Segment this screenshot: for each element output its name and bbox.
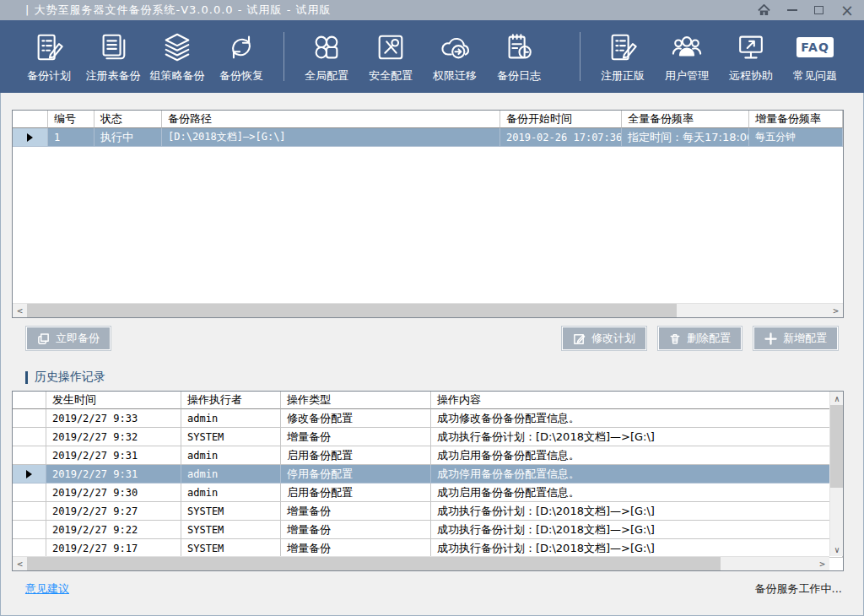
toolbar-item-global-config[interactable]: 全局配置 — [294, 30, 359, 84]
cell: 成功停用备份备份配置信息。 — [431, 465, 843, 484]
cell: admin — [181, 484, 281, 502]
main-table-horizontal-scrollbar[interactable]: < > — [13, 303, 843, 317]
table-row[interactable]: 2019/2/27 9:32SYSTEM增量备份成功执行备份计划：[D:\201… — [13, 428, 843, 446]
table-row[interactable]: 2019/2/27 9:33admin修改备份配置成功修改备份备份配置信息。 — [13, 409, 843, 428]
toolbar-item-label: 用户管理 — [665, 68, 709, 84]
history-vertical-scrollbar[interactable]: ∧ ∨ — [829, 392, 843, 556]
toolbar-item-permission-migrate[interactable]: 权限迁移 — [423, 30, 487, 84]
backup-config-table: 编号状态备份路径备份开始时间全量备份频率增量备份频率1执行中[D:\2018文档… — [12, 110, 844, 318]
window-controls: × — [758, 0, 854, 20]
table-row[interactable]: 2019/2/27 9:22SYSTEM增量备份成功执行备份计划：[D:\201… — [13, 521, 843, 539]
toolbar-separator — [580, 32, 580, 81]
cell: admin — [181, 409, 281, 428]
cell: 成功执行备份计划：[D:\2018文档]—>[G:\] — [431, 502, 843, 521]
toolbar-item-backup-plan[interactable]: 备份计划 — [17, 30, 81, 84]
cell: 增量备份 — [281, 502, 431, 521]
toolbar-item-group-policy-backup[interactable]: 组策略备份 — [145, 30, 209, 84]
column-header[interactable]: 增量备份频率 — [749, 111, 843, 128]
home-icon[interactable] — [758, 4, 770, 16]
add-config-button[interactable]: 新增配置 — [753, 326, 839, 351]
table-header-row: 发生时间操作执行者操作类型操作内容 — [13, 392, 843, 409]
toolbar-item-label: 备份恢复 — [219, 68, 263, 84]
cell: 每五分钟 — [749, 128, 843, 147]
row-selector-cell — [13, 465, 46, 484]
register-genuine-icon — [607, 30, 639, 65]
cell: 启用备份配置 — [281, 446, 431, 465]
toolbar-item-label: 权限迁移 — [433, 68, 477, 84]
cell: 成功启用备份备份配置信息。 — [431, 446, 843, 465]
service-status-text: 备份服务工作中... — [755, 581, 842, 597]
table-header-row: 编号状态备份路径备份开始时间全量备份频率增量备份频率 — [13, 111, 843, 128]
toolbar-item-backup-log[interactable]: 备份日志 — [487, 30, 551, 84]
cell: 2019-02-26 17:07:36 — [500, 128, 622, 147]
cell: 停用备份配置 — [281, 465, 431, 484]
backup-log-icon — [502, 30, 536, 65]
column-header[interactable]: 操作内容 — [431, 392, 843, 409]
config-buttons: 修改计划 删除配置 新增配置 — [561, 326, 839, 351]
cell: 2019/2/27 9:32 — [46, 428, 181, 446]
cell: 1 — [48, 128, 94, 147]
cell: 指定时间：每天17:18:00 — [622, 128, 749, 147]
toolbar-item-label: 全局配置 — [305, 68, 348, 84]
table-row[interactable]: 2019/2/27 9:31admin启用备份配置成功启用备份备份配置信息。 — [13, 446, 843, 465]
history-horizontal-scrollbar[interactable]: < > — [13, 556, 829, 570]
history-section-label: 历史操作记录 — [35, 370, 105, 385]
column-header[interactable]: 操作类型 — [281, 392, 431, 409]
history-table: 发生时间操作执行者操作类型操作内容2019/2/27 9:33admin修改备份… — [12, 391, 844, 571]
security-config-icon — [375, 30, 407, 65]
row-selector-cell — [13, 409, 46, 428]
backup-now-button[interactable]: 立即备份 — [25, 326, 111, 351]
scroll-right-icon[interactable]: > — [829, 304, 843, 317]
cell: SYSTEM — [181, 539, 281, 558]
scroll-down-icon[interactable]: ∨ — [830, 543, 844, 556]
feedback-link[interactable]: 意见建议 — [25, 581, 69, 597]
row-selector-cell — [13, 128, 48, 147]
scrollbar-thumb[interactable] — [27, 557, 721, 570]
close-button[interactable]: × — [840, 3, 854, 19]
table-row[interactable]: 1执行中[D:\2018文档]—>[G:\]2019-02-26 17:07:3… — [13, 128, 843, 147]
toolbar: 备份计划注册表备份组策略备份备份恢复全局配置安全配置权限迁移备份日志注册正版用户… — [0, 20, 864, 93]
toolbar-item-label: 备份日志 — [497, 68, 541, 84]
toolbar-item-faq[interactable]: FAQ常见问题 — [783, 30, 847, 84]
maximize-button[interactable] — [814, 6, 824, 14]
backup-restore-icon — [225, 30, 257, 65]
column-header[interactable]: 编号 — [48, 111, 94, 128]
toolbar-item-remote-assist[interactable]: 远程协助 — [719, 30, 783, 84]
column-header[interactable]: 备份路径 — [162, 111, 500, 128]
table-row[interactable]: 2019/2/27 9:27SYSTEM增量备份成功执行备份计划：[D:\201… — [13, 502, 843, 521]
minimize-button[interactable] — [787, 9, 797, 11]
table-row[interactable]: 2019/2/27 9:31admin停用备份配置成功停用备份备份配置信息。 — [13, 465, 843, 484]
scrollbar-thumb[interactable] — [830, 405, 843, 488]
row-selector-cell — [13, 446, 46, 465]
scroll-left-icon[interactable]: < — [13, 304, 27, 317]
column-header[interactable]: 状态 — [94, 111, 162, 128]
user-management-icon — [670, 30, 704, 65]
row-selector-cell — [13, 428, 46, 446]
cell: 2019/2/27 9:22 — [46, 521, 181, 539]
scroll-up-icon[interactable]: ∧ — [830, 392, 844, 405]
toolbar-item-label: 远程协助 — [729, 68, 773, 84]
column-header[interactable]: 操作执行者 — [181, 392, 281, 409]
column-header[interactable]: 发生时间 — [46, 392, 181, 409]
table-row[interactable]: 2019/2/27 9:30admin启用备份配置成功启用备份备份配置信息。 — [13, 484, 843, 502]
scroll-left-icon[interactable]: < — [13, 557, 27, 570]
column-header[interactable]: 备份开始时间 — [500, 111, 622, 128]
global-config-icon — [310, 30, 343, 65]
group-policy-backup-icon — [160, 30, 194, 65]
cell: SYSTEM — [181, 521, 281, 539]
table-row[interactable]: 2019/2/27 9:17SYSTEM增量备份成功执行备份计划：[D:\201… — [13, 539, 843, 558]
column-header[interactable]: 全量备份频率 — [622, 111, 749, 128]
cell: admin — [181, 465, 281, 484]
row-selector-cell — [13, 521, 46, 539]
delete-config-button[interactable]: 删除配置 — [657, 326, 742, 351]
modify-plan-button[interactable]: 修改计划 — [561, 326, 647, 351]
toolbar-item-security-config[interactable]: 安全配置 — [359, 30, 423, 84]
scroll-right-icon[interactable]: > — [815, 557, 829, 570]
scrollbar-thumb[interactable] — [27, 304, 677, 317]
cell: 成功执行备份计划：[D:\2018文档]—>[G:\] — [431, 521, 843, 539]
toolbar-item-user-management[interactable]: 用户管理 — [655, 30, 719, 84]
toolbar-item-registry-backup[interactable]: 注册表备份 — [81, 30, 145, 84]
toolbar-item-register-genuine[interactable]: 注册正版 — [591, 30, 655, 84]
cell: 2019/2/27 9:33 — [46, 409, 181, 428]
toolbar-item-backup-restore[interactable]: 备份恢复 — [209, 30, 273, 84]
